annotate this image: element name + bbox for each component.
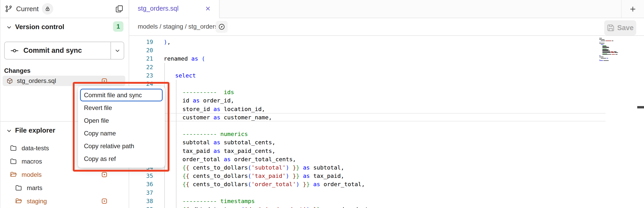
changes-heading: Changes (4, 67, 30, 74)
code-line-21: 21renamed as ( (129, 54, 644, 63)
code-text: ---------- timestamps (164, 197, 255, 205)
folder-closed-icon (10, 145, 17, 152)
code-text: ), (164, 38, 171, 46)
branch-selector[interactable]: Current (5, 3, 53, 15)
changes-count-badge: 1 (113, 21, 123, 32)
line-number: 20 (129, 46, 153, 55)
dbt-model-cube-icon (6, 77, 13, 84)
breadcrumb-bar: models / staging / stg_orders.sql Save (129, 18, 644, 36)
folder-open-icon (10, 171, 17, 178)
code-text: subtotal as subtotal_cents, (164, 138, 275, 147)
code-text: {{ cents_to_dollars('tax_paid') }} as ta… (164, 172, 344, 180)
tabbar-divider (621, 0, 622, 18)
sidebar-item-staging[interactable]: staging (0, 194, 129, 208)
code-text: tax_paid as tax_paid_cents, (164, 147, 275, 155)
git-commit-icon (10, 46, 19, 55)
version-control-section-header[interactable]: Version control 1 (0, 21, 129, 33)
folder-open-icon (15, 198, 22, 205)
code-text: order_total as order_total_cents, (164, 155, 296, 164)
lock-icon (42, 3, 53, 15)
version-control-title: Version control (15, 23, 64, 31)
save-label: Save (617, 24, 634, 32)
changed-file-name: stg_orders.sql (17, 77, 56, 84)
code-line-30: 30---------- numerics (129, 130, 644, 138)
code-text: id as order_id, (164, 96, 234, 105)
folder-label: marts (27, 184, 42, 192)
commit-and-sync-button[interactable]: Commit and sync (4, 42, 124, 60)
code-lines: 19),2021renamed as (2223select2425------… (129, 36, 644, 208)
sidebar-item-marts[interactable]: marts (0, 181, 129, 194)
chevron-down-icon (6, 24, 12, 31)
modified-folder-badge (101, 172, 107, 178)
copy-branch-button[interactable] (114, 4, 124, 14)
tab-close-icon[interactable] (205, 5, 211, 12)
folder-closed-icon (10, 158, 17, 165)
line-number: 22 (129, 63, 153, 72)
git-branch-icon (5, 5, 13, 13)
code-text: renamed as ( (164, 54, 205, 63)
branch-header: Current (0, 0, 129, 18)
dbt-ide-window: Current Version control 1 (0, 0, 644, 208)
line-number: 39 (129, 205, 153, 208)
folder-label: models (22, 171, 42, 178)
line-number: 35 (129, 172, 153, 180)
line-number: 38 (129, 197, 153, 205)
new-tab-button[interactable] (628, 4, 638, 14)
modified-folder-badge (101, 198, 107, 204)
code-editor[interactable]: 19),2021renamed as (2223select2425------… (129, 36, 644, 208)
commit-options-caret[interactable] (110, 42, 124, 59)
code-text: ---------- numerics (164, 130, 248, 138)
code-line-22: 22 (129, 63, 644, 72)
code-line-26: 26id as order_id, (129, 96, 644, 105)
modified-file-badge (101, 78, 107, 84)
tab-title: stg_orders.sql (138, 5, 179, 12)
minimap-row (599, 62, 633, 62)
line-number: 37 (129, 188, 153, 197)
code-line-20: 20 (129, 46, 644, 55)
overview-ruler-cursor-mark (637, 106, 644, 108)
code-line-27: 27store_id as location_id, (129, 105, 644, 113)
code-text: store_id as location_id, (164, 105, 265, 113)
code-line-23: 23select (129, 71, 644, 80)
lineage-icon[interactable] (216, 21, 228, 33)
code-line-19: 19), (129, 38, 644, 46)
code-line-37: 37 (129, 188, 644, 197)
line-number: 23 (129, 71, 153, 80)
code-text: select (164, 71, 196, 80)
annotation-red-rectangle (73, 82, 169, 172)
folder-label: staging (27, 198, 47, 205)
code-line-35: 35{{ cents_to_dollars('tax_paid') }} as … (129, 172, 644, 180)
commit-and-sync-main[interactable]: Commit and sync (5, 42, 111, 59)
line-number: 36 (129, 180, 153, 188)
line-number: 19 (129, 38, 153, 46)
code-line-34: 34{{ cents_to_dollars('subtotal') }} as … (129, 163, 644, 172)
file-explorer-title: File explorer (15, 126, 55, 134)
code-line-39: 39{{ dbt.date_trunc('day','ordered_at') … (129, 205, 644, 208)
chevron-down-icon (6, 127, 12, 134)
save-button[interactable]: Save (604, 20, 636, 35)
code-line-24: 24 (129, 80, 644, 88)
code-text: {{ cents_to_dollars('subtotal') }} as su… (164, 163, 344, 172)
code-text: customer as customer_name, (164, 113, 272, 122)
branch-name: Current (16, 5, 39, 13)
code-line-31: 31subtotal as subtotal_cents, (129, 138, 644, 147)
code-line-32: 32tax_paid as tax_paid_cents, (129, 147, 644, 155)
folder-label: macros (22, 158, 42, 165)
code-line-28: 28customer as customer_name, (129, 113, 644, 122)
editor-tab-bar: stg_orders.sql (129, 0, 644, 18)
folder-closed-icon (15, 184, 22, 191)
code-line-38: 38---------- timestamps (129, 197, 644, 205)
code-line-36: 36{{ cents_to_dollars('order_total') }} … (129, 180, 644, 188)
minimap[interactable] (599, 38, 633, 62)
save-floppy-icon (607, 24, 615, 32)
commit-and-sync-label: Commit and sync (23, 47, 82, 55)
folder-label: data-tests (22, 145, 49, 152)
code-line-29: 29 (129, 121, 644, 130)
code-line-25: 25---------- ids (129, 88, 644, 96)
code-line-33: 33order_total as order_total_cents, (129, 155, 644, 164)
line-number: 21 (129, 54, 153, 63)
code-text: ---------- ids (164, 88, 234, 96)
breadcrumb: models / staging / stg_orders.sql (138, 23, 228, 30)
tab-stg-orders[interactable]: stg_orders.sql (129, 0, 220, 18)
code-text: {{ dbt.date_trunc('day','ordered_at') }}… (164, 205, 368, 208)
